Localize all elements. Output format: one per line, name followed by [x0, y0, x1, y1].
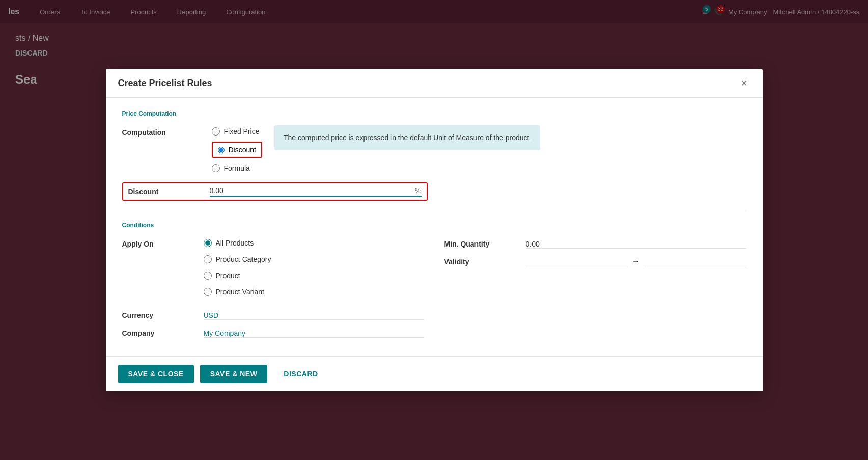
radio-all-products[interactable]: All Products — [204, 237, 271, 249]
radio-product-category-input[interactable] — [204, 255, 212, 263]
discount-percent-sign: % — [415, 186, 421, 195]
radio-product-category-label: Product Category — [216, 255, 271, 263]
conditions-right: Min. Quantity 0.00 Validity → — [444, 237, 746, 344]
radio-formula-label: Formula — [224, 164, 250, 172]
modal-title: Create Pricelist Rules — [118, 78, 212, 89]
radio-formula-input[interactable] — [212, 164, 220, 172]
validity-label: Validity — [444, 255, 526, 266]
validity-inputs: → — [526, 255, 746, 267]
conditions-left: Apply On All Products Product Category — [122, 237, 424, 344]
modal-header: Create Pricelist Rules × — [106, 69, 763, 98]
validity-arrow-icon: → — [632, 257, 640, 266]
radio-product-variant-input[interactable] — [204, 288, 212, 296]
min-quantity-row: Min. Quantity 0.00 — [444, 237, 746, 249]
currency-value[interactable]: USD — [204, 308, 424, 320]
price-computation-label: Price Computation — [122, 110, 746, 117]
footer-discard-button[interactable]: DISCARD — [273, 365, 328, 383]
computation-radio-group: Fixed Price Discount Formula — [212, 125, 262, 174]
radio-fixed-price[interactable]: Fixed Price — [212, 125, 262, 138]
company-label: Company — [122, 326, 204, 337]
company-value[interactable]: My Company — [204, 326, 424, 338]
min-quantity-label: Min. Quantity — [444, 237, 526, 248]
min-quantity-value[interactable]: 0.00 — [526, 237, 746, 249]
modal-footer: SAVE & CLOSE SAVE & NEW DISCARD — [106, 356, 763, 391]
discount-field-row: Discount % — [122, 182, 428, 201]
conditions-label: Conditions — [122, 222, 746, 229]
discount-input[interactable] — [210, 186, 413, 195]
radio-fixed-price-input[interactable] — [212, 127, 220, 136]
section-divider — [122, 211, 746, 211]
radio-product-label: Product — [216, 272, 240, 280]
validity-row: Validity → — [444, 255, 746, 267]
radio-product[interactable]: Product — [204, 269, 271, 282]
radio-fixed-price-label: Fixed Price — [224, 127, 260, 136]
discount-input-wrapper: % — [210, 186, 422, 197]
radio-discount-label: Discount — [229, 146, 256, 154]
conditions-section: Conditions Apply On All Products — [122, 222, 746, 344]
apply-on-radio-group: All Products Product Category Product — [204, 237, 271, 298]
currency-label: Currency — [122, 308, 204, 319]
conditions-grid: Apply On All Products Product Category — [122, 237, 746, 344]
computation-options-area: Fixed Price Discount Formula — [212, 125, 541, 174]
radio-product-input[interactable] — [204, 272, 212, 280]
modal-overlay: Create Pricelist Rules × Price Computati… — [0, 0, 868, 460]
modal-close-button[interactable]: × — [738, 77, 750, 89]
radio-product-variant[interactable]: Product Variant — [204, 286, 271, 298]
discount-field-container: Discount % — [122, 182, 746, 201]
radio-product-variant-label: Product Variant — [216, 288, 264, 296]
radio-discount-highlighted[interactable]: Discount — [212, 142, 262, 158]
create-pricelist-rules-modal: Create Pricelist Rules × Price Computati… — [106, 69, 763, 391]
radio-discount-input[interactable] — [218, 147, 225, 153]
computation-field-label: Computation — [122, 125, 204, 137]
computation-info-box: The computed price is expressed in the d… — [274, 125, 540, 150]
currency-row: Currency USD — [122, 308, 424, 320]
radio-formula[interactable]: Formula — [212, 162, 262, 174]
save-new-button[interactable]: SAVE & NEW — [200, 365, 268, 383]
price-computation-section: Price Computation Computation Fixed Pric… — [122, 110, 746, 201]
radio-all-products-label: All Products — [216, 239, 254, 247]
discount-label: Discount — [128, 187, 210, 196]
validity-end-input[interactable] — [644, 255, 746, 267]
radio-all-products-input[interactable] — [204, 239, 212, 247]
apply-on-row: Apply On All Products Product Category — [122, 237, 424, 298]
apply-on-label: Apply On — [122, 237, 204, 248]
radio-product-category[interactable]: Product Category — [204, 253, 271, 265]
save-close-button[interactable]: SAVE & CLOSE — [118, 365, 194, 383]
modal-body: Price Computation Computation Fixed Pric… — [106, 98, 763, 356]
computation-row: Computation Fixed Price Discount — [122, 125, 746, 174]
company-row: Company My Company — [122, 326, 424, 338]
validity-start-input[interactable] — [526, 255, 628, 267]
